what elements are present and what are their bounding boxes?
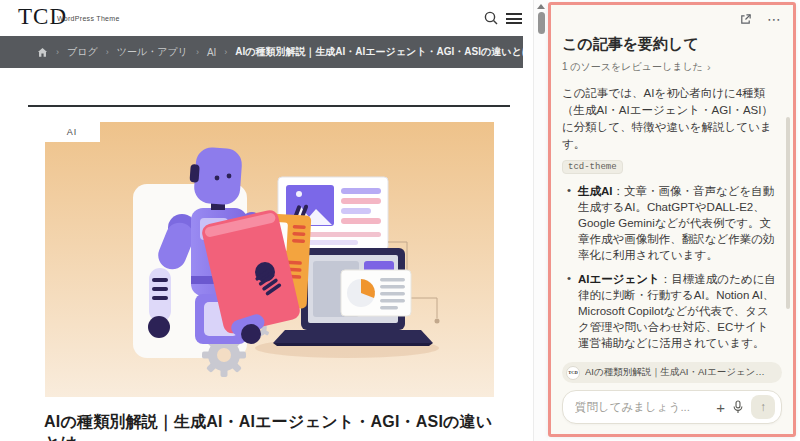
summary-intro: この記事では、AIを初心者向けに4種類（生成AI・AIエージェント・AGI・AS… <box>562 85 782 153</box>
category-badge[interactable]: AI <box>45 122 100 142</box>
breadcrumb-separator: › <box>224 47 227 57</box>
list-item: AIエージェント：目標達成のために自律的に判断・行動するAI。Notion AI… <box>566 271 776 351</box>
breadcrumb-item-blog[interactable]: ブログ <box>67 45 98 59</box>
sources-reviewed-label: 1 のソースをレビューしました <box>562 60 703 74</box>
scrollbar-up-arrow-icon[interactable] <box>537 4 545 9</box>
plus-icon[interactable]: + <box>716 400 725 415</box>
more-options-icon[interactable]: ⋯ <box>767 14 782 24</box>
breadcrumb-item-ai[interactable]: AI <box>207 47 216 58</box>
bullet-separator: ： <box>660 273 672 285</box>
breadcrumb-separator: › <box>106 47 109 57</box>
panel-scrollbar-thumb[interactable] <box>786 117 790 309</box>
open-in-new-icon[interactable] <box>739 13 752 26</box>
breadcrumb-separator: › <box>196 47 199 57</box>
page-scrollbar[interactable] <box>533 0 548 441</box>
hamburger-menu-icon[interactable] <box>506 13 522 24</box>
bullet-term: 生成AI <box>578 185 613 197</box>
breadcrumb-item-current: AIの種類別解説｜生成AI・AIエージェント・AGI・ASIの違いとは <box>235 45 523 59</box>
sources-reviewed-link[interactable]: 1 のソースをレビューしました › <box>562 60 782 74</box>
source-tag-chip[interactable]: tcd-theme <box>562 160 623 174</box>
summary-bullet-list: 生成AI：文章・画像・音声などを自動生成するAI。ChatGPTやDALL-E2… <box>562 183 782 358</box>
breadcrumb-item-tools-apps[interactable]: ツール・アプリ <box>117 45 188 59</box>
bullet-term: AIエージェント <box>578 273 660 285</box>
question-input[interactable] <box>573 400 709 414</box>
breadcrumb: › ブログ › ツール・アプリ › AI › AIの種類別解説｜生成AI・AIエ… <box>0 36 523 68</box>
featured-illustration <box>45 122 494 397</box>
site-logo-subtitle: WordPress Theme <box>57 15 120 22</box>
wordpress-site-page: TCD WordPress Theme › ブログ › ツール・アプリ › AI… <box>0 0 534 441</box>
featured-image: AI <box>45 122 494 397</box>
home-icon[interactable] <box>37 47 48 58</box>
list-item: 生成AI：文章・画像・音声などを自動生成するAI。ChatGPTやDALL-E2… <box>566 183 776 263</box>
summary-panel: ⋯ この記事を要約して 1 のソースをレビューしました › この記事では、AIを… <box>548 2 796 437</box>
search-icon[interactable] <box>483 10 499 26</box>
panel-header: ⋯ <box>562 11 782 27</box>
send-button[interactable]: ↑ <box>751 395 775 419</box>
bullet-separator: ： <box>613 185 625 197</box>
chevron-right-icon: › <box>707 61 711 73</box>
microphone-icon[interactable] <box>732 400 744 414</box>
article-card: AI AIの種類別解説｜生成AI・AIエージェント・AGI・ASIの違いとは <box>28 105 510 441</box>
source-favicon: TCD <box>566 366 580 380</box>
source-chip[interactable]: TCD AIの種類別解説｜生成AI・AIエージェント・AGI・ASIの違いとは … <box>562 362 782 383</box>
source-chip-title: AIの種類別解説｜生成AI・AIエージェント・AGI・ASIの違いとは | ワー… <box>585 366 774 379</box>
stats-card-illustration <box>341 270 411 316</box>
scrollbar-thumb[interactable] <box>538 12 545 34</box>
site-header: TCD WordPress Theme <box>0 0 534 36</box>
ask-input-bar: + ↑ <box>562 390 782 424</box>
breadcrumb-separator: › <box>56 47 59 57</box>
post-title: AIの種類別解説｜生成AI・AIエージェント・AGI・ASIの違いとは <box>44 412 494 441</box>
panel-title: この記事を要約して <box>562 35 782 54</box>
